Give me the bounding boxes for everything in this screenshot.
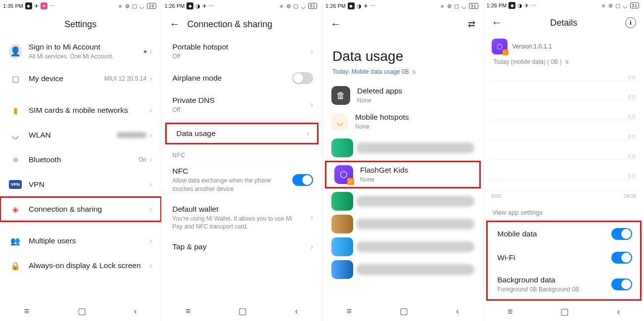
row-deleted-apps[interactable]: 🗑 Deleted apps None	[322, 82, 483, 109]
title-bar: ← Connection & sharing	[162, 12, 322, 37]
view-app-settings-link[interactable]: View app settings	[484, 204, 644, 221]
row-flashget-kids[interactable]: ⬡ K FlashGet Kids None	[325, 161, 480, 188]
row-wlan[interactable]: ◡ WLAN ›	[0, 123, 161, 147]
dnd-icon: ⊘	[125, 3, 130, 9]
nav-home-icon[interactable]: ▢	[400, 306, 408, 317]
status-time: 1:35 PM	[3, 3, 23, 9]
row-sub: None	[355, 123, 474, 131]
bluetooth-icon: ⨳	[117, 3, 123, 9]
ytick: 0.0	[628, 174, 635, 179]
status-app-icon: ◆	[348, 2, 355, 9]
nav-menu-icon[interactable]: ≡	[185, 306, 191, 317]
battery-indicator: 29	[147, 3, 156, 9]
nav-back-icon[interactable]: ‹	[456, 306, 459, 317]
row-private-dns[interactable]: Private DNS Off ›	[162, 90, 322, 120]
row-background-data[interactable]: Background data Foreground 0B Background…	[487, 270, 642, 299]
nav-bar: ≡ ▢ ‹	[162, 301, 322, 321]
send-icon: ✈	[524, 2, 529, 9]
row-label: WLAN	[29, 131, 110, 139]
chevron-right-icon: ›	[149, 155, 152, 164]
row-multiple-users[interactable]: 👥 Multiple users ›	[0, 229, 161, 253]
blurred-app-row	[331, 215, 474, 233]
back-arrow-icon[interactable]: ←	[492, 16, 503, 29]
battery-indicator: 31	[308, 3, 317, 9]
back-arrow-icon[interactable]: ←	[330, 18, 341, 31]
row-mobile-data[interactable]: Mobile data	[487, 222, 642, 246]
row-sub: Off	[173, 106, 304, 114]
row-airplane-mode[interactable]: Airplane mode	[162, 66, 322, 90]
swap-icon[interactable]: ⇄	[468, 19, 475, 30]
chart-filter[interactable]: Today (mobile data) ( 0B ) ⇅	[484, 58, 644, 72]
usage-filter[interactable]: Today: Mobile data usage 0B ⇅	[322, 68, 483, 82]
status-app-icon: ◆	[508, 2, 515, 9]
page-title: Connection & sharing	[187, 19, 273, 30]
sim-icon: ▮	[9, 104, 22, 117]
chevron-right-icon: ›	[311, 213, 313, 222]
nfc-toggle[interactable]	[292, 174, 313, 186]
row-nfc[interactable]: NFC Allow data exchange when the phone t…	[162, 161, 322, 198]
row-label: Portable hotspot	[173, 43, 304, 51]
trash-icon: 🗑	[331, 86, 350, 105]
usage-chart: 0.0 0.0 0.0 0.0 0.0 0.0	[491, 75, 638, 190]
airplane-toggle[interactable]	[292, 72, 313, 84]
nav-menu-icon[interactable]: ≡	[507, 307, 513, 317]
back-arrow-icon[interactable]: ←	[170, 18, 181, 31]
row-label: SIM cards & mobile networks	[29, 106, 142, 115]
wifi-toggle[interactable]	[611, 252, 632, 264]
row-data-usage[interactable]: Data usage ›	[166, 123, 319, 144]
info-icon[interactable]: i	[625, 17, 636, 28]
status-app-icon: ◆	[186, 2, 193, 9]
status-app-icon: ◆	[25, 2, 32, 9]
sort-icon: ⇅	[412, 69, 416, 75]
flashget-icon: ⬡	[492, 39, 507, 54]
row-signin-account[interactable]: 👤 Sign in to Mi Account All Mi services.…	[0, 37, 161, 66]
nav-home-icon[interactable]: ▢	[238, 306, 247, 317]
volte-icon: ▢	[615, 2, 621, 9]
row-bluetooth[interactable]: ⨳ Bluetooth On›	[0, 147, 161, 172]
page-title: Data usage	[322, 37, 483, 68]
chevron-right-icon: ›	[311, 100, 313, 109]
row-mobile-hotspots[interactable]: ◡ Mobile hotspots None	[322, 109, 483, 135]
panel-details: 1:26 PM ◆ ◑ ✈ ⋯ ⨳ ⊘ ▢ ◡ 31 ← Details i ⬡…	[483, 0, 644, 321]
volte-icon: ▢	[293, 3, 299, 9]
nav-back-icon[interactable]: ‹	[617, 307, 620, 317]
background-data-toggle[interactable]	[611, 278, 632, 290]
nav-back-icon[interactable]: ‹	[134, 306, 137, 317]
app-version-row: ⬡ Version:1.0.1.1	[484, 35, 644, 58]
row-label: Default wallet	[173, 205, 304, 214]
row-connection-sharing[interactable]: ◈ Connection & sharing ›	[0, 197, 161, 222]
mobile-data-toggle[interactable]	[611, 228, 632, 240]
x-end: 24:00	[624, 193, 636, 199]
row-label: Multiple users	[29, 236, 142, 245]
wifi-icon: ◡	[301, 3, 306, 9]
nav-menu-icon[interactable]: ≡	[346, 306, 352, 317]
nav-menu-icon[interactable]: ≡	[24, 306, 30, 317]
row-sim-networks[interactable]: ▮ SIM cards & mobile networks ›	[0, 98, 161, 123]
row-aod-lockscreen[interactable]: 🔒 Always-on display & Lock screen ›	[0, 253, 161, 278]
battery-indicator: 31	[469, 3, 478, 9]
alert-dot-icon	[144, 50, 146, 53]
blurred-app-row	[331, 260, 474, 279]
panel-data-usage: 1:26 PM ◆ ◑ ✈ ⋯ ⨳ ⊘ ▢ ◡ 31 ← ⇄ Data usag…	[322, 0, 483, 321]
row-portable-hotspot[interactable]: Portable hotspot Off ›	[162, 37, 322, 66]
wifi-icon: ◡	[139, 3, 145, 9]
page-title: Settings	[64, 19, 96, 30]
nav-back-icon[interactable]: ‹	[295, 306, 298, 317]
bluetooth-icon: ⨳	[600, 2, 606, 8]
status-bar: 1:26 PM ◆ ◑ ✈ ⋯ ⨳ ⊘ ▢ ◡ 31	[322, 0, 483, 12]
nav-home-icon[interactable]: ▢	[78, 306, 86, 317]
avatar-icon: 👤	[9, 44, 22, 59]
blurred-app-row	[331, 192, 474, 211]
row-label: FlashGet Kids	[360, 166, 471, 175]
row-my-device[interactable]: ▢ My device MIUI 12 20.5.14›	[0, 66, 161, 91]
share-icon: ◈	[9, 203, 22, 216]
wifi-icon: ◡	[461, 3, 467, 9]
status-bar: 1:35 PM ◆ ✈ ● ⋯ ⨳ ⊘ ▢ ◡ 29	[0, 0, 161, 12]
row-default-wallet[interactable]: Default wallet You're using Mi Wallet. I…	[162, 199, 322, 236]
nav-home-icon[interactable]: ▢	[560, 306, 569, 317]
row-label: My device	[29, 74, 97, 83]
chevron-right-icon: ›	[149, 205, 152, 214]
row-vpn[interactable]: VPN VPN ›	[0, 172, 161, 197]
row-wifi[interactable]: Wi-Fi	[487, 246, 642, 270]
row-tap-pay[interactable]: Tap & pay ›	[162, 236, 322, 257]
